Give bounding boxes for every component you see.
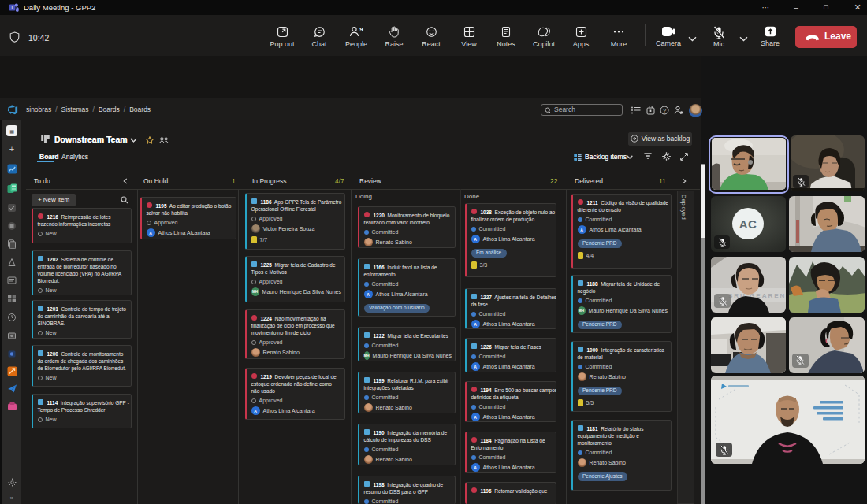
svg-text:?: ? [663, 107, 666, 114]
svg-text:9: 9 [359, 26, 363, 33]
svg-text:T: T [10, 5, 13, 10]
